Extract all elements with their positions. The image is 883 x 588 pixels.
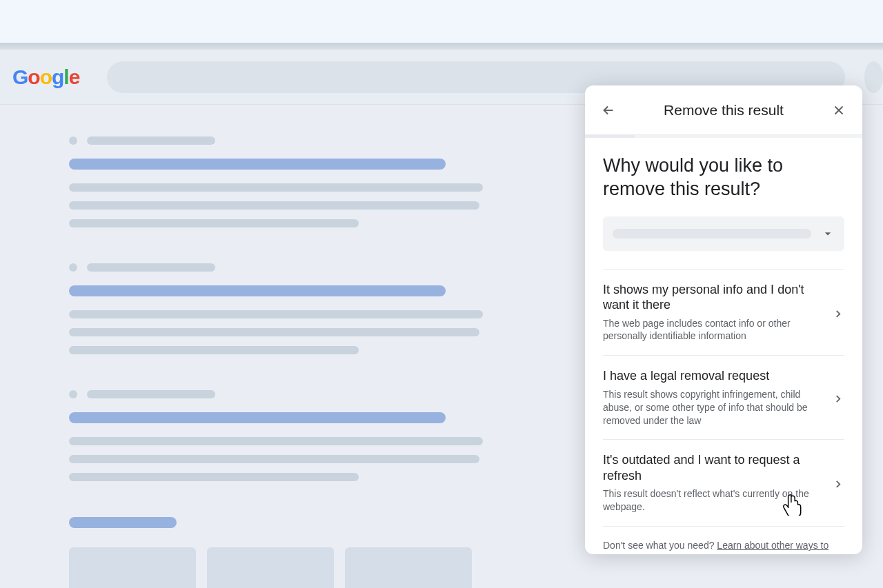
chevron-down-icon	[821, 227, 835, 241]
result-card[interactable]	[207, 547, 334, 588]
dropdown-placeholder	[613, 229, 811, 239]
option-personal-info[interactable]: It shows my personal info and I don't wa…	[603, 269, 844, 356]
result-title-placeholder[interactable]	[69, 159, 446, 170]
snippet-line	[69, 328, 479, 336]
close-icon	[831, 103, 846, 118]
snippet-line	[69, 201, 479, 210]
google-logo[interactable]: Google	[12, 65, 79, 89]
option-title: It's outdated and I want to request a re…	[603, 452, 821, 483]
option-title: I have a legal removal request	[603, 368, 821, 384]
modal-body: Why would you like to remove this result…	[585, 138, 862, 554]
chevron-right-icon	[832, 285, 844, 343]
modal-question: Why would you like to remove this result…	[603, 154, 844, 201]
option-desc: This result shows copyright infringement…	[603, 388, 821, 427]
option-title: It shows my personal info and I don't wa…	[603, 282, 821, 313]
screenshot-frame-bar	[0, 43, 883, 50]
snippet-line	[69, 219, 359, 227]
footer-prefix: Don't see what you need?	[603, 540, 717, 551]
chevron-right-icon	[832, 371, 844, 427]
snippet-line	[69, 473, 359, 481]
snippet-line	[69, 183, 483, 192]
option-desc: This result doesn't reflect what's curre…	[603, 487, 821, 514]
close-button[interactable]	[831, 102, 847, 119]
url-placeholder	[87, 390, 215, 398]
avatar[interactable]	[864, 61, 883, 93]
modal-title: Remove this result	[664, 102, 784, 119]
option-desc: The web page includes contact info or ot…	[603, 317, 821, 343]
url-placeholder	[87, 263, 215, 272]
snippet-line	[69, 310, 483, 318]
url-placeholder	[87, 136, 215, 145]
favicon-placeholder	[69, 263, 77, 272]
favicon-placeholder	[69, 136, 77, 145]
result-card[interactable]	[69, 547, 196, 588]
modal-header: Remove this result	[585, 85, 862, 135]
arrow-left-icon	[601, 103, 616, 118]
page-top-margin	[0, 0, 883, 43]
option-outdated[interactable]: It's outdated and I want to request a re…	[603, 439, 844, 526]
result-title-placeholder[interactable]	[69, 285, 446, 296]
modal-footer-text: Don't see what you need? Learn about oth…	[603, 526, 844, 554]
remove-result-modal: Remove this result Why would you like to…	[585, 85, 862, 554]
result-title-placeholder[interactable]	[69, 412, 446, 423]
snippet-line	[69, 455, 479, 463]
reason-dropdown[interactable]	[603, 216, 844, 251]
favicon-placeholder	[69, 390, 77, 398]
back-button[interactable]	[600, 102, 617, 119]
cards-heading-placeholder	[69, 517, 177, 528]
result-card[interactable]	[345, 547, 472, 588]
option-legal-request[interactable]: I have a legal removal request This resu…	[603, 355, 844, 439]
snippet-line	[69, 346, 359, 354]
chevron-right-icon	[832, 455, 844, 514]
snippet-line	[69, 437, 483, 445]
